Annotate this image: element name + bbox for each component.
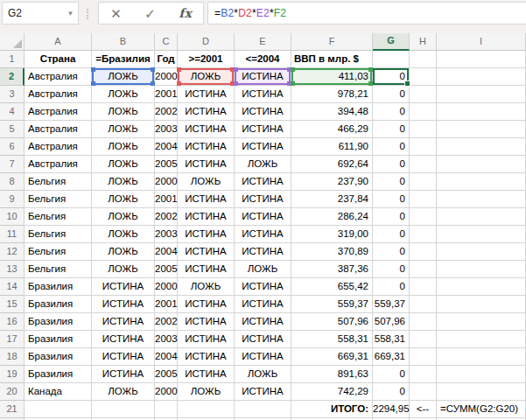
- cell-D18[interactable]: ИСТИНА: [178, 348, 235, 366]
- cell-G13[interactable]: 0: [373, 261, 410, 278]
- column-header-A[interactable]: A: [25, 33, 92, 51]
- column-header-D[interactable]: D: [178, 33, 235, 51]
- row-header-5[interactable]: 5: [0, 121, 25, 138]
- cell-C11[interactable]: 2003: [155, 226, 178, 243]
- cell-H3[interactable]: [410, 86, 437, 103]
- row-header-6[interactable]: 6: [0, 138, 25, 156]
- cell-E18[interactable]: ИСТИНА: [235, 348, 291, 366]
- cell-G10[interactable]: 0: [373, 208, 410, 226]
- cell-C15[interactable]: 2001: [155, 296, 178, 313]
- cell-E9[interactable]: ИСТИНА: [235, 191, 291, 208]
- cell-C16[interactable]: 2002: [155, 313, 178, 331]
- cell-A20[interactable]: Канада: [25, 383, 92, 401]
- cell-E13[interactable]: ЛОЖЬ: [235, 261, 291, 278]
- cell-C2[interactable]: 2000: [155, 68, 178, 86]
- row-header-19[interactable]: 19: [0, 366, 25, 383]
- enter-icon[interactable]: ✓: [144, 7, 156, 20]
- cell-A17[interactable]: Бразилия: [25, 331, 92, 348]
- cell-D6[interactable]: ИСТИНА: [178, 138, 235, 156]
- cell-B20[interactable]: ЛОЖЬ: [92, 383, 155, 401]
- cell-I10[interactable]: [437, 208, 526, 226]
- cell-C12[interactable]: 2004: [155, 243, 178, 261]
- cell-D13[interactable]: ИСТИНА: [178, 261, 235, 278]
- cell-A8[interactable]: Бельгия: [25, 173, 92, 191]
- cell-G18[interactable]: 669,31: [373, 348, 410, 366]
- cell-A19[interactable]: Бразилия: [25, 366, 92, 383]
- cell-D2[interactable]: ЛОЖЬ: [178, 68, 235, 86]
- cell-E20[interactable]: ИСТИНА: [235, 383, 291, 401]
- cell-G2[interactable]: 0: [373, 68, 410, 86]
- cell-E17[interactable]: ИСТИНА: [235, 331, 291, 348]
- row-header-13[interactable]: 13: [0, 261, 25, 278]
- cell-D5[interactable]: ИСТИНА: [178, 121, 235, 138]
- cell-G6[interactable]: 0: [373, 138, 410, 156]
- cell-D12[interactable]: ИСТИНА: [178, 243, 235, 261]
- cell-D10[interactable]: ИСТИНА: [178, 208, 235, 226]
- cell-E2[interactable]: ИСТИНА: [235, 68, 291, 86]
- cell-I17[interactable]: [437, 331, 526, 348]
- cell-H21[interactable]: <--: [410, 401, 437, 418]
- cell-F21[interactable]: ИТОГО:: [291, 401, 373, 418]
- cell-F3[interactable]: 978,21: [291, 86, 373, 103]
- cell-D19[interactable]: ИСТИНА: [178, 366, 235, 383]
- cell-E10[interactable]: ИСТИНА: [235, 208, 291, 226]
- cell-D9[interactable]: ИСТИНА: [178, 191, 235, 208]
- cell-C21[interactable]: [155, 401, 178, 418]
- cell-G5[interactable]: 0: [373, 121, 410, 138]
- row-header-1[interactable]: 1: [0, 51, 25, 68]
- cell-B7[interactable]: ЛОЖЬ: [92, 156, 155, 173]
- cell-D1[interactable]: >=2001: [178, 51, 235, 68]
- row-header-15[interactable]: 15: [0, 296, 25, 313]
- chevron-down-icon[interactable]: ▼: [63, 10, 78, 18]
- row-header-14[interactable]: 14: [0, 278, 25, 296]
- cell-B18[interactable]: ИСТИНА: [92, 348, 155, 366]
- cell-C7[interactable]: 2005: [155, 156, 178, 173]
- cell-F9[interactable]: 237,84: [291, 191, 373, 208]
- cell-A4[interactable]: Австралия: [25, 103, 92, 121]
- cell-A12[interactable]: Бельгия: [25, 243, 92, 261]
- cell-I18[interactable]: [437, 348, 526, 366]
- cell-E5[interactable]: ИСТИНА: [235, 121, 291, 138]
- cell-A1[interactable]: Страна: [25, 51, 92, 68]
- cell-C14[interactable]: 2000: [155, 278, 178, 296]
- column-header-H[interactable]: H: [410, 33, 437, 51]
- formula-input[interactable]: =B2*D2*E2*F2: [208, 7, 286, 19]
- cell-C18[interactable]: 2004: [155, 348, 178, 366]
- cell-E21[interactable]: [235, 401, 291, 418]
- cell-H12[interactable]: [410, 243, 437, 261]
- cell-C1[interactable]: Год: [155, 51, 178, 68]
- column-header-I[interactable]: I: [437, 33, 526, 51]
- cell-H10[interactable]: [410, 208, 437, 226]
- cell-G9[interactable]: 0: [373, 191, 410, 208]
- cell-G21[interactable]: 2294,95: [373, 401, 410, 418]
- cell-C9[interactable]: 2001: [155, 191, 178, 208]
- cell-H1[interactable]: [410, 51, 437, 68]
- cell-I5[interactable]: [437, 121, 526, 138]
- cell-C5[interactable]: 2003: [155, 121, 178, 138]
- formula-input-box[interactable]: =B2*D2*E2*F2: [207, 2, 526, 24]
- cell-G19[interactable]: 0: [373, 366, 410, 383]
- cell-C6[interactable]: 2004: [155, 138, 178, 156]
- cell-A18[interactable]: Бразилия: [25, 348, 92, 366]
- cell-D17[interactable]: ИСТИНА: [178, 331, 235, 348]
- cell-I2[interactable]: [437, 68, 526, 86]
- cell-F2[interactable]: 411,03: [291, 68, 373, 86]
- cell-G1[interactable]: [373, 51, 410, 68]
- cell-B16[interactable]: ИСТИНА: [92, 313, 155, 331]
- cell-D15[interactable]: ИСТИНА: [178, 296, 235, 313]
- cell-A5[interactable]: Австралия: [25, 121, 92, 138]
- cell-I14[interactable]: [437, 278, 526, 296]
- cell-F6[interactable]: 611,90: [291, 138, 373, 156]
- cell-B10[interactable]: ЛОЖЬ: [92, 208, 155, 226]
- cell-B11[interactable]: ЛОЖЬ: [92, 226, 155, 243]
- cell-H9[interactable]: [410, 191, 437, 208]
- cell-F20[interactable]: 742,29: [291, 383, 373, 401]
- cell-D4[interactable]: ИСТИНА: [178, 103, 235, 121]
- cell-F18[interactable]: 669,31: [291, 348, 373, 366]
- cell-G15[interactable]: 559,37: [373, 296, 410, 313]
- cell-D14[interactable]: ЛОЖЬ: [178, 278, 235, 296]
- cell-B2[interactable]: ЛОЖЬ: [92, 68, 155, 86]
- cell-I19[interactable]: [437, 366, 526, 383]
- cell-A14[interactable]: Бразилия: [25, 278, 92, 296]
- cell-H13[interactable]: [410, 261, 437, 278]
